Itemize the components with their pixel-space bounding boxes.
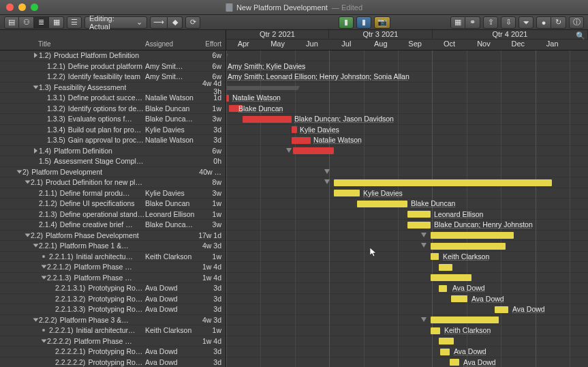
summary-bar[interactable]: [226, 86, 298, 90]
gantt-bar[interactable]: [407, 211, 431, 218]
gantt-row[interactable]: Kylie Davies: [226, 125, 588, 136]
zoom-icon[interactable]: [31, 3, 38, 11]
gantt-bar[interactable]: [243, 116, 292, 123]
task-row[interactable]: 2.2.1.3.1)Prototyping Round 1Ava Dowd3d: [0, 283, 226, 294]
task-row[interactable]: 2.1.4)Define creative brief …Blake Dunca…: [0, 220, 226, 231]
gantt-panel[interactable]: Qtr 2 2021Qtr 3 2021Qtr 4 2021 AprMayJun…: [226, 30, 588, 367]
task-row[interactable]: 2.2.2.2.1)Prototyping Round 1Ava Dowd3d: [0, 347, 226, 357]
gantt-row[interactable]: Natalie Watson: [226, 93, 588, 104]
disclosure-triangle-icon[interactable]: [33, 85, 39, 89]
disclosure-triangle-icon[interactable]: [17, 170, 22, 173]
view-gantt-button[interactable]: ≣: [34, 16, 49, 29]
gantt-row[interactable]: Ava Dowd: [226, 304, 588, 315]
gantt-row[interactable]: Blake Duncan: [226, 104, 588, 115]
disclosure-triangle-icon[interactable]: [33, 244, 39, 248]
gantt-row[interactable]: Natalie Watson: [226, 135, 588, 146]
minimize-icon[interactable]: [18, 3, 26, 11]
task-row[interactable]: 2.2.2.2)Platform Phase …1w 4d: [0, 336, 226, 347]
task-row[interactable]: 2.2.1.2)Platform Phase …1w 4d: [0, 262, 226, 273]
gantt-row[interactable]: [226, 146, 588, 157]
gantt-row[interactable]: [226, 167, 588, 178]
col-assigned[interactable]: Assigned: [145, 40, 196, 50]
gantt-row[interactable]: [226, 156, 588, 167]
gantt-row[interactable]: Ava Dowd: [226, 294, 588, 305]
task-row[interactable]: 2.2.1.1)Initial architectu…Keith Clarkso…: [0, 252, 226, 263]
camera-button[interactable]: 📷: [374, 16, 390, 29]
gantt-row[interactable]: [226, 50, 588, 61]
gantt-row[interactable]: Ava Dowd: [226, 283, 588, 294]
flag-blue-button[interactable]: ▮: [356, 16, 371, 29]
gantt-row[interactable]: Keith Clarkson: [226, 325, 588, 336]
task-row[interactable]: 2.2.2)Platform Phase 3 &…4w 3d: [0, 315, 226, 326]
task-row[interactable]: 2.2.2.2.2)Prototyping Round 2Ava Dowd3d: [0, 357, 226, 368]
task-row[interactable]: 1.3.2)Identify options for developi…Blak…: [0, 104, 226, 115]
gantt-bar[interactable]: [450, 359, 459, 366]
layout-button[interactable]: ☰: [67, 16, 82, 29]
col-title[interactable]: Title: [0, 40, 145, 50]
gantt-row[interactable]: [226, 241, 588, 252]
disclosure-triangle-icon[interactable]: [34, 53, 37, 58]
gantt-bar[interactable]: [431, 317, 499, 323]
gantt-row[interactable]: Blake Duncan; Henry Johnston: [226, 220, 588, 231]
task-row[interactable]: 2.1.2)Define UI specificationsBlake Dunc…: [0, 199, 226, 209]
gantt-bar[interactable]: [439, 264, 452, 271]
gantt-row[interactable]: Amy Smith; Kylie Davies: [226, 61, 588, 72]
task-row[interactable]: 1.5)Assessment Stage Complete0h: [0, 156, 226, 167]
gantt-bar[interactable]: [292, 137, 311, 144]
task-row[interactable]: 2.2.1.3)Platform Phase …1w 4d: [0, 273, 226, 284]
gantt-row[interactable]: [226, 262, 588, 273]
gantt-bar[interactable]: [431, 253, 439, 260]
task-row[interactable]: 1.3.3)Evaluate options f…Blake Dunca…3w: [0, 114, 226, 125]
inspector-button[interactable]: ⓘ: [569, 16, 584, 29]
gantt-row[interactable]: [226, 83, 588, 93]
task-row[interactable]: 2.2)Platform Phase Development17w 1d: [0, 231, 226, 241]
col-effort[interactable]: Effort: [196, 40, 226, 50]
task-row[interactable]: 1.2)Product Platform Definition6w: [0, 50, 226, 61]
gantt-bar[interactable]: [357, 201, 407, 207]
disclosure-triangle-icon[interactable]: [34, 148, 37, 153]
gantt-row[interactable]: [226, 177, 588, 188]
gantt-row[interactable]: Leonard Ellison: [226, 209, 588, 220]
gantt-row[interactable]: Ava Dowd: [226, 347, 588, 357]
view-people-button[interactable]: ⚇: [19, 16, 34, 29]
sync-button[interactable]: ↻: [551, 16, 566, 29]
resources-button[interactable]: ⚭: [465, 16, 480, 29]
task-row[interactable]: 2.1)Product Definition for new platform8…: [0, 177, 226, 188]
gantt-row[interactable]: [226, 336, 588, 347]
gantt-bar[interactable]: [407, 222, 431, 229]
view-board-button[interactable]: ▦: [49, 16, 64, 29]
gantt-bar[interactable]: [431, 274, 471, 281]
gantt-bar[interactable]: [334, 190, 360, 196]
gantt-row[interactable]: [226, 231, 588, 241]
editing-mode-select[interactable]: Editing: Actual ⌄: [84, 16, 147, 29]
import-button[interactable]: ⇩: [501, 16, 516, 29]
milestone-button[interactable]: ◆: [168, 16, 183, 29]
export-button[interactable]: ⇪: [483, 16, 498, 29]
gantt-bar[interactable]: [439, 285, 447, 292]
disclosure-triangle-icon[interactable]: [42, 265, 47, 269]
gantt-row[interactable]: Keith Clarkson: [226, 252, 588, 263]
task-row[interactable]: 2.2.2.1)Initial architectur…Keith Clarks…: [0, 325, 226, 336]
task-row[interactable]: 1.3.5)Gain approval to proceed …Natalie …: [0, 135, 226, 146]
gantt-row[interactable]: Kylie Davies: [226, 188, 588, 199]
close-icon[interactable]: [6, 3, 14, 11]
task-row[interactable]: 1.3.4)Build out plan for produ…Kylie Dav…: [0, 125, 226, 136]
task-row[interactable]: 2)Platform Development40w …: [0, 167, 226, 178]
gantt-bar[interactable]: [226, 95, 229, 102]
gantt-row[interactable]: Blake Duncan: [226, 199, 588, 209]
catchup-button[interactable]: ⟳: [185, 16, 200, 29]
disclosure-triangle-icon[interactable]: [33, 318, 39, 321]
share-button[interactable]: ●: [536, 16, 551, 29]
magnify-icon[interactable]: 🔍: [576, 31, 585, 40]
gantt-bar[interactable]: [293, 147, 334, 154]
gantt-row[interactable]: Amy Smith; Leonard Ellison; Henry Johnst…: [226, 72, 588, 83]
gantt-row[interactable]: [226, 273, 588, 284]
gantt-bar[interactable]: [431, 232, 514, 239]
gantt-row[interactable]: Ava Dowd: [226, 357, 588, 368]
gantt-bar[interactable]: [451, 295, 467, 302]
gantt-row[interactable]: Blake Duncan; Jason Davidson: [226, 114, 588, 125]
task-row[interactable]: 1.3)Feasibility Assessment4w 4d 3h: [0, 83, 226, 93]
task-row[interactable]: 2.2.1.3.2)Prototyping Round 2Ava Dowd3d: [0, 294, 226, 305]
task-row[interactable]: 2.2.1)Platform Phase 1 &…4w 3d: [0, 241, 226, 252]
task-row[interactable]: 1.3.1)Define product succe…Natalie Watso…: [0, 93, 226, 104]
